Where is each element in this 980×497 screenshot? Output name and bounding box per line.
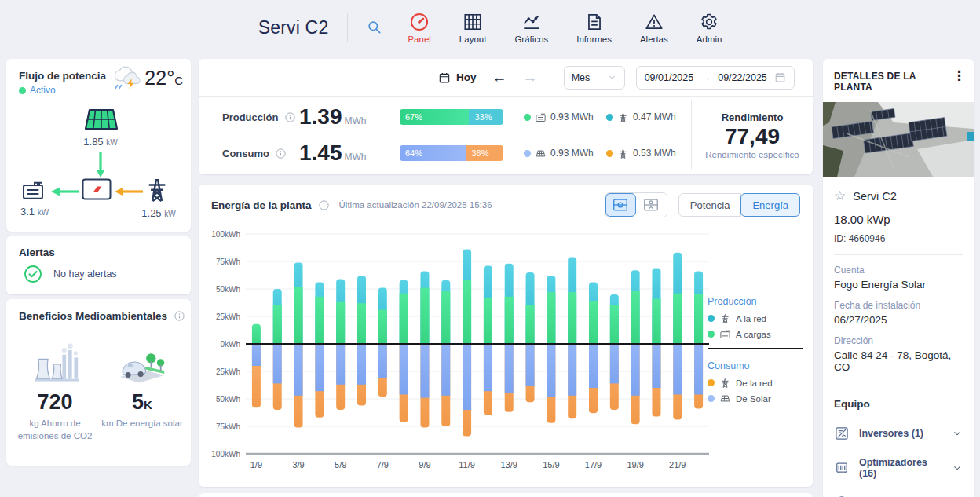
- legend-item-de-solar[interactable]: De Solar: [708, 393, 803, 404]
- next-card-edge: [199, 493, 813, 497]
- legend-item-a-la-red[interactable]: A la red: [708, 312, 803, 324]
- date-to: 09/22/2025: [718, 72, 767, 83]
- tab-energia[interactable]: Energía: [740, 193, 800, 217]
- nav-item-informes[interactable]: Informes: [576, 12, 612, 44]
- plant-energy-title: Energía de la planta: [211, 199, 312, 211]
- info-icon[interactable]: [275, 148, 287, 159]
- calendar-icon: [774, 71, 786, 83]
- nav-item-layout[interactable]: Layout: [459, 12, 487, 44]
- legend-consumption-title: Consumo: [708, 360, 803, 371]
- svg-text:25kWh: 25kWh: [216, 367, 240, 376]
- weather-widget: 22°C: [112, 65, 183, 90]
- next-period-button[interactable]: →: [523, 70, 538, 85]
- yield-title: Rendimiento: [722, 111, 784, 123]
- summary-card: Hoy ← → Mes 09/01/2025 → 09/22/2025 Prod…: [199, 59, 813, 174]
- production-split-bar: 67% 33%: [400, 109, 503, 125]
- svg-text:7/9: 7/9: [377, 460, 389, 470]
- consumption-from-solar-stat: 0.93 MWh: [524, 148, 606, 159]
- search-icon[interactable]: [367, 20, 382, 35]
- legend-item-de-la-red[interactable]: De la red: [708, 377, 803, 389]
- plant-capacity: 18.00 kWp: [834, 213, 963, 226]
- production-export-pct: 33%: [469, 109, 503, 125]
- nav-item-admin[interactable]: Admin: [697, 12, 722, 44]
- info-icon[interactable]: [174, 310, 185, 322]
- split-chart-toggle[interactable]: [636, 193, 667, 217]
- svg-text:13/9: 13/9: [501, 460, 517, 470]
- svg-text:1/9: 1/9: [250, 460, 262, 470]
- grid-tower-icon: [141, 174, 176, 204]
- today-button[interactable]: Hoy: [438, 71, 477, 84]
- stat-dot: [524, 150, 531, 157]
- equipment-row-inversores[interactable]: Inversores (1): [834, 426, 963, 441]
- grid-power-value: 1.25 kW: [141, 207, 176, 219]
- arrow-right-icon: →: [700, 71, 711, 83]
- co2-value: 720: [13, 390, 97, 415]
- legend-dot: [708, 331, 715, 338]
- nav-item-panel[interactable]: Panel: [408, 12, 430, 44]
- chevron-down-icon[interactable]: [952, 428, 963, 439]
- yield-value: 77,49: [725, 124, 780, 149]
- loads-node: 3.1 kW: [19, 177, 50, 217]
- app-title: Servi C2: [258, 17, 329, 38]
- chevron-down-icon[interactable]: [952, 462, 963, 473]
- svg-text:9/9: 9/9: [419, 460, 430, 470]
- chart-view-toggle: [605, 192, 667, 217]
- no-alerts-text: No hay alertas: [53, 269, 117, 280]
- calendar-icon: [438, 71, 451, 84]
- info-icon[interactable]: [284, 111, 296, 123]
- info-icon[interactable]: [318, 199, 330, 211]
- power-flow-status: Activo: [19, 85, 56, 96]
- ev-benefit: 5K km De energía solar: [100, 340, 185, 430]
- prev-period-button[interactable]: ←: [492, 70, 507, 85]
- equipment-row-optimizadores[interactable]: Optimizadores (16): [834, 457, 963, 479]
- svg-text:11/9: 11/9: [459, 460, 475, 470]
- svg-text:3/9: 3/9: [292, 460, 304, 470]
- layout-grid-icon: [463, 12, 483, 32]
- divider: [834, 254, 963, 255]
- report-document-icon: [584, 12, 605, 32]
- production-self-pct: 67%: [400, 109, 469, 125]
- consumption-grid-pct: 36%: [466, 145, 503, 161]
- svg-text:0kWh: 0kWh: [220, 340, 240, 349]
- stat-dot: [524, 114, 531, 121]
- nav-item-alertas[interactable]: Alertas: [640, 12, 668, 44]
- svg-text:75kWh: 75kWh: [216, 258, 240, 266]
- production-to-loads-stat: 0.93 MWh: [524, 111, 606, 123]
- flow-arrow-left-green-icon: [50, 187, 80, 196]
- grid-tower-icon: [617, 111, 629, 123]
- legend-item-a-cargas[interactable]: A cargas: [708, 328, 803, 340]
- plant-energy-card: Energía de la planta Última actualizació…: [199, 185, 813, 487]
- legend-production-title: Producción: [708, 296, 803, 307]
- install-date-value: 06/27/2025: [834, 314, 963, 326]
- combined-chart-toggle[interactable]: [605, 193, 636, 217]
- date-range-picker[interactable]: 09/01/2025 → 09/22/2025: [636, 66, 795, 90]
- svg-text:50kWh: 50kWh: [216, 395, 240, 404]
- kebab-menu-icon[interactable]: ⋮: [953, 71, 966, 82]
- tab-potencia[interactable]: Potencia: [678, 193, 742, 217]
- benefits-card: Beneficios Medioambientales 720 kg Ahorr…: [6, 299, 191, 466]
- chevron-down-icon: [607, 72, 617, 82]
- header-divider: [347, 13, 348, 42]
- plant-id: ID: 4660946: [834, 233, 963, 244]
- inverter-node: [81, 177, 112, 201]
- legend-production-group: Producción A la red A cargas: [708, 296, 803, 340]
- solar-panel-icon: [75, 108, 126, 133]
- production-label: Producción: [199, 111, 299, 123]
- energy-chart[interactable]: 100kWh75kWh50kWh25kWh0kWh25kWh50kWh75kWh…: [203, 227, 715, 473]
- divider: [834, 386, 963, 386]
- svg-text:19/9: 19/9: [627, 460, 643, 470]
- loads-power-value: 3.1 kW: [19, 206, 50, 217]
- solar-panel-icon: [535, 148, 547, 159]
- favorite-star-icon[interactable]: ☆: [834, 188, 846, 204]
- production-value: 1.39MWh: [299, 104, 400, 130]
- plant-name: Servi C2: [853, 190, 897, 203]
- legend-zero-divider: [708, 348, 803, 349]
- flow-arrow-down-icon: [96, 152, 105, 178]
- optimizer-icon: [834, 460, 850, 476]
- consumption-value: 1.45MWh: [299, 141, 400, 166]
- alert-triangle-icon: [644, 12, 664, 32]
- co2-label: kg Ahorro de emisiones de CO2: [13, 418, 97, 442]
- period-select[interactable]: Mes: [564, 66, 625, 90]
- power-flow-title: Flujo de potencia: [19, 70, 106, 82]
- nav-item-graficos[interactable]: Gráficos: [514, 12, 548, 44]
